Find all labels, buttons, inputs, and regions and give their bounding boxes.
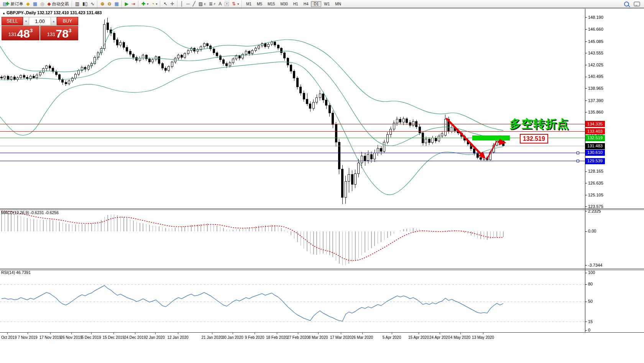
svg-text:8 Mar 2020: 8 Mar 2020 [309,335,328,340]
svg-text:7 Nov 2019: 7 Nov 2019 [18,335,38,340]
svg-text:26 Nov 2019: 26 Nov 2019 [61,335,82,340]
chat-icon[interactable] [634,2,640,7]
crosshair-icon: ✛ [171,2,174,6]
zoom-in-button[interactable]: ⊕ [99,0,106,8]
trendline-icon: ╱ [193,2,196,6]
timeframe-m5[interactable]: M5 [254,1,265,7]
toolbar-separator [177,1,178,7]
svg-text:-3.7344: -3.7344 [588,263,602,267]
new-order-label: 新订单 [10,1,23,7]
svg-text:17 Mar 2020: 17 Mar 2020 [330,335,352,340]
volume-down-button[interactable]: ▼ [23,17,29,25]
svg-text:143.555: 143.555 [588,51,603,55]
text-label-button[interactable]: T [223,0,230,8]
svg-text:145.085: 145.085 [588,39,603,44]
zoom-in-icon: ⊕ [100,2,104,6]
vertical-line-button[interactable]: │ [179,0,185,8]
svg-text:138.965: 138.965 [588,86,603,91]
chart-area[interactable]: 148.190146.660145.085143.555142.025140.4… [0,0,644,363]
mt4-window: ▤✚ 新订单 ◆ ▦ ◎ ◆ 自动交易 ▥ ▮▯ ∿ ⊕ ⊖ ▦ ▶ ⇥ ✚▾ … [0,0,644,363]
svg-text:137.390: 137.390 [588,98,603,103]
volume-input[interactable]: 1.00 [29,17,51,25]
fibonacci-button[interactable]: ≣F [207,0,217,8]
candlestick-icon: ▮▯ [82,2,87,6]
ask-price-button[interactable]: 131783 [40,26,78,40]
auto-scroll-button[interactable]: ▶ [123,0,130,8]
text-button[interactable]: A [217,0,223,8]
signal-button[interactable]: ◎ [39,0,46,8]
cursor-icon: ↖ [163,2,167,6]
vertical-line-icon: │ [181,2,184,6]
svg-text:4 May 2020: 4 May 2020 [450,335,471,340]
auto-trading-label: 自动交易 [52,1,69,7]
svg-text:13 May 2020: 13 May 2020 [472,335,494,340]
one-click-trading-panel: SELL ▼ 1.00 ▲ BUY 131483 131783 [2,17,78,40]
svg-text:129.539: 129.539 [587,158,603,163]
svg-text:9 Oct 2019: 9 Oct 2019 [0,335,17,340]
zoom-out-button[interactable]: ⊖ [106,0,113,8]
bar-chart-button[interactable]: ▥ [74,0,81,8]
history-center-button[interactable]: ▦ [31,0,39,8]
chevron-down-icon: ▾ [156,2,157,6]
tile-windows-icon: ▦ [114,2,118,6]
toolbar-separator [242,1,242,7]
svg-text:128.165: 128.165 [588,169,603,173]
toolbar-separator [122,1,122,7]
arrows-button[interactable]: ⇅▾ [230,0,240,8]
line-chart-button[interactable]: ∿ [89,0,96,8]
timeframe-m30[interactable]: M30 [278,1,290,7]
svg-text:21 Jan 2020: 21 Jan 2020 [201,335,222,340]
chevron-down-icon: ▾ [237,2,239,6]
volume-up-button[interactable]: ▲ [51,17,57,25]
market-watch-button[interactable]: ◆ [25,0,31,8]
timeframe-w1[interactable]: W1 [321,1,332,7]
channel-button[interactable]: ▨E [197,0,207,8]
horizontal-line-icon: ─ [186,2,190,6]
new-chart-button[interactable]: ✚▾ [140,0,150,8]
crosshair-button[interactable]: ✛ [169,0,176,8]
sell-button[interactable]: SELL [2,17,23,25]
svg-text:5 Apr 2020: 5 Apr 2020 [383,335,401,340]
timeframe-m15[interactable]: M15 [265,1,278,7]
svg-text:0.00: 0.00 [588,229,596,233]
channel-icon: ▨ [199,2,203,6]
toolbar: ▤✚ 新订单 ◆ ▦ ◎ ◆ 自动交易 ▥ ▮▯ ∿ ⊕ ⊖ ▦ ▶ ⇥ ✚▾ … [0,0,644,8]
trendline-button[interactable]: ╱ [191,0,197,8]
cursor-button[interactable]: ↖ [162,0,169,8]
svg-text:134.335: 134.335 [587,122,603,126]
search-icon[interactable] [624,2,629,7]
bid-sup: 3 [30,28,33,33]
svg-text:15 Apr 2020: 15 Apr 2020 [408,335,429,340]
timeframe-h1[interactable]: H1 [291,1,301,7]
timeframe-mn[interactable]: MN [332,1,344,7]
auto-trading-button[interactable]: ◆ 自动交易 [46,0,70,8]
toolbar-separator [138,1,139,7]
svg-text:132.519: 132.519 [587,135,603,140]
svg-text:30 Jan 2020: 30 Jan 2020 [222,335,243,340]
svg-text:125.105: 125.105 [588,193,603,197]
periods-button[interactable]: ◔▾ [150,0,159,8]
bid-price-button[interactable]: 131483 [2,26,39,40]
annotation-note-text: 多空转折点 [509,116,569,132]
auto-trading-icon: ◆ [47,2,51,6]
timeframe-d1[interactable]: D1 [311,1,321,7]
svg-text:5 Dec 2019: 5 Dec 2019 [81,335,101,340]
svg-text:0: 0 [588,328,590,332]
buy-button[interactable]: BUY [57,17,78,25]
horizontal-line-button[interactable]: ─ [185,0,191,8]
svg-text:27 Feb 2020: 27 Feb 2020 [287,335,309,340]
toolbar-separator [97,1,98,7]
chevron-down-icon: ▾ [147,2,148,6]
new-order-button[interactable]: ▤✚ 新订单 [1,0,25,8]
gold-icon: ◆ [26,2,30,6]
toolbar-separator [160,1,161,7]
candlestick-button[interactable]: ▮▯ [81,0,89,8]
timeframe-m1[interactable]: M1 [243,1,254,7]
chart-shift-button[interactable]: ⇥ [130,0,137,8]
svg-text:17 Nov 2019: 17 Nov 2019 [39,335,61,340]
svg-text:50: 50 [588,299,593,304]
timeframe-h4[interactable]: H4 [301,1,311,7]
svg-text:142.025: 142.025 [588,63,603,67]
svg-text:24 Apr 2020: 24 Apr 2020 [429,335,450,340]
tile-windows-button[interactable]: ▦ [113,0,120,8]
